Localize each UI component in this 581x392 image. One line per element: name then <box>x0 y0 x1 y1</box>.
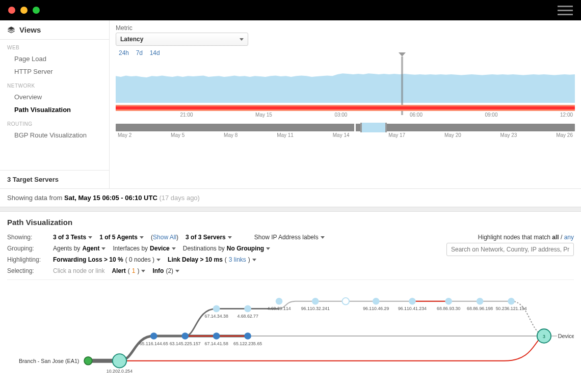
hop-node[interactable] <box>150 332 157 340</box>
nav-item-path-visualization[interactable]: Path Visualization <box>0 103 109 116</box>
agent-node[interactable] <box>84 357 92 365</box>
metric-label: Metric <box>116 24 575 32</box>
range-24h[interactable]: 24h <box>119 49 129 57</box>
link-delay-links[interactable]: 3 links <box>229 256 246 263</box>
hop-node-unknown[interactable] <box>342 298 349 305</box>
close-window-icon[interactable] <box>8 7 15 14</box>
ip-labels-dropdown[interactable]: Show IP Address labels <box>254 234 325 241</box>
hop-node[interactable] <box>244 305 251 313</box>
hop-node[interactable] <box>181 332 189 340</box>
sidebar: Views WEB Page Load HTTP Server NETWORK … <box>0 20 110 188</box>
grouping-label: Grouping: <box>7 245 49 252</box>
time-range-links: 24h 7d 14d <box>116 49 575 57</box>
range-7d[interactable]: 7d <box>136 49 143 57</box>
tick: May 17 <box>388 132 405 138</box>
hop-node[interactable] <box>508 298 515 305</box>
nav-item-http-server[interactable]: HTTP Server <box>0 65 109 78</box>
chevron-down-icon <box>141 270 145 272</box>
hop-node[interactable] <box>276 298 283 305</box>
chevron-down-icon <box>240 38 244 41</box>
chevron-down-icon <box>175 270 179 272</box>
views-title: Views <box>19 25 41 34</box>
fwd-loss-dropdown[interactable]: Forwarding Loss > 10 % ( 0 nodes ) <box>53 256 161 263</box>
views-header: Views <box>0 20 109 40</box>
show-all-link[interactable]: Show All <box>153 234 176 241</box>
layers-icon <box>7 26 15 34</box>
node-ip: 63.145.225.157 <box>170 341 201 346</box>
path-visualization-title: Path Visualization <box>7 218 574 227</box>
overview-window[interactable] <box>360 123 387 132</box>
node-ip: 68.86.93.30 <box>437 306 460 311</box>
selecting-label: Selecting: <box>7 267 49 274</box>
menu-icon[interactable] <box>558 6 573 15</box>
metric-select[interactable]: Latency <box>116 33 248 46</box>
showing-range: Sat, May 15 06:05 - 06:10 UTC <box>64 194 157 202</box>
chevron-down-icon <box>156 259 161 261</box>
interfaces-by-dropdown[interactable]: Interfaces by Device <box>113 245 175 252</box>
nav-item-page-load[interactable]: Page Load <box>0 52 109 65</box>
showing-data-bar: Showing data from Sat, May 15 06:05 - 06… <box>0 188 581 207</box>
chevron-down-icon <box>266 247 270 250</box>
tick: May 2 <box>118 132 131 138</box>
link-delay-dropdown[interactable]: Link Delay > 10 ms ( 3 links ) <box>168 256 256 263</box>
node-ip: 4.68.62.77 <box>237 314 258 319</box>
zoom-window-icon[interactable] <box>33 7 40 14</box>
chevron-down-icon <box>252 259 256 261</box>
nav-item-bgp-route[interactable]: BGP Route Visualization <box>0 129 109 142</box>
node-ip: 10.202.0.254 <box>107 369 133 374</box>
dest-label: Device <box>558 333 574 339</box>
nav-item-overview[interactable]: Overview <box>0 91 109 103</box>
source-label: Branch - San Jose (EA1) <box>19 358 80 364</box>
tick: May 23 <box>500 132 517 138</box>
minimize-window-icon[interactable] <box>20 7 28 14</box>
latency-area <box>116 60 575 103</box>
highlight-search-input[interactable] <box>446 243 574 256</box>
chevron-down-icon <box>172 247 176 250</box>
alert-band <box>116 105 575 111</box>
hop-node[interactable] <box>373 298 380 305</box>
hop-node[interactable] <box>312 298 319 305</box>
agents-dropdown[interactable]: 1 of 5 Agents <box>99 234 144 241</box>
tests-dropdown[interactable]: 3 of 3 Tests <box>53 234 92 241</box>
range-14d[interactable]: 14d <box>150 49 160 57</box>
servers-dropdown[interactable]: 3 of 3 Servers <box>186 234 232 241</box>
match-any-link[interactable]: any <box>564 234 574 241</box>
chevron-down-icon <box>140 236 144 239</box>
tick: May 20 <box>444 132 461 138</box>
section-separator <box>0 207 581 212</box>
hour-axis: 21:00 May 15 03:00 06:00 09:00 12:00 <box>116 111 575 119</box>
alert-dropdown[interactable]: Alert (1) <box>112 267 145 274</box>
agents-by-dropdown[interactable]: Agents by Agent <box>53 245 105 252</box>
nav-section-network: NETWORK <box>0 78 109 91</box>
nav-section-web: WEB <box>0 40 109 52</box>
hop-node[interactable] <box>244 332 251 340</box>
tick: May 11 <box>277 132 294 138</box>
showing-label: Showing: <box>7 234 49 241</box>
device-node[interactable] <box>113 354 126 368</box>
node-ip: 50.236.121.194 <box>496 306 527 311</box>
tick: May 26 <box>556 132 573 138</box>
node-ip: 96.110.46.29 <box>363 306 389 311</box>
latency-timeline-chart[interactable]: 21:00 May 15 03:00 06:00 09:00 12:00 May… <box>116 60 575 139</box>
sidebar-footer[interactable]: 3 Target Servers <box>0 170 109 188</box>
tick: May 14 <box>333 132 350 138</box>
node-ip: 65.116.144.65 <box>140 341 168 346</box>
hop-node[interactable] <box>477 298 484 305</box>
info-dropdown[interactable]: Info (2) <box>152 267 179 274</box>
hop-node[interactable] <box>445 298 452 305</box>
hop-node[interactable] <box>213 305 220 313</box>
window-controls <box>8 7 40 14</box>
path-diagram[interactable]: Branch - San Jose (EA1) 10.202.0.254 65.… <box>7 280 574 392</box>
node-ip: 4.68.39.114 <box>267 306 290 311</box>
hop-node[interactable] <box>213 332 220 340</box>
node-ip: 65.122.235.65 <box>233 341 262 346</box>
overview-scrollbar[interactable] <box>116 124 575 131</box>
hop-node[interactable] <box>409 298 416 305</box>
metric-value: Latency <box>120 36 143 43</box>
nav-section-routing: ROUTING <box>0 116 109 129</box>
destinations-by-dropdown[interactable]: Destinations by No Grouping <box>183 245 270 252</box>
highlighting-label: Highlighting: <box>7 256 49 263</box>
tick: 21:00 <box>180 112 193 118</box>
node-ip: 67.14.34.38 <box>205 314 228 319</box>
main-panel: Metric Latency 24h 7d 14d 21:00 May 15 <box>110 20 581 188</box>
